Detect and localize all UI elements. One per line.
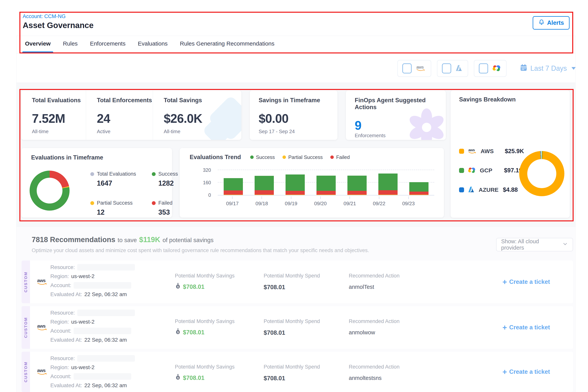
create-ticket-button[interactable]: +Create a ticket xyxy=(502,368,550,375)
legend-total-evaluations: Total Evaluations 1647 xyxy=(90,171,152,187)
totals-card: Total Evaluations 7.52M All-time Total E… xyxy=(21,90,241,140)
redacted-resource-value xyxy=(77,355,135,362)
redacted-resource-value xyxy=(77,264,135,270)
alerts-button[interactable]: Alerts xyxy=(533,16,570,30)
savings-breakdown-card: Savings Breakdown aws AWS $25.9K GCP $97… xyxy=(450,90,570,218)
tab-rules-generating-recommendations[interactable]: Rules Generating Recommendations xyxy=(180,40,274,53)
svg-text:$: $ xyxy=(177,285,179,288)
legend-item-gcp: GCP $97.19 xyxy=(459,166,524,174)
asset-governance-page: Account: CCM-NG Asset Governance Alerts … xyxy=(0,0,588,392)
trend-legend-partial: Partial Success xyxy=(282,154,323,160)
create-ticket-button[interactable]: +Create a ticket xyxy=(502,324,550,331)
header-divider xyxy=(16,36,575,36)
evaluations-in-timeframe-card: Evaluations in Timeframe Total Evaluatio… xyxy=(21,148,172,218)
provider-filter-azure[interactable] xyxy=(437,60,468,77)
total-enforcements-value: 24 xyxy=(97,112,153,126)
content-left-border xyxy=(16,36,16,392)
aws-logo-icon: aws xyxy=(416,64,426,73)
gcp-checkbox[interactable] xyxy=(479,64,488,74)
tabs-divider xyxy=(16,53,575,54)
resource-details: Resource: Region:us-west-2 Account: Eval… xyxy=(50,354,135,390)
provider-filter-aws[interactable]: aws xyxy=(398,60,431,77)
page-title: Asset Governance xyxy=(23,21,94,30)
x-axis-line xyxy=(218,195,434,196)
bell-icon xyxy=(538,19,545,27)
svg-text:aws: aws xyxy=(416,65,424,70)
custom-badge: CUSTOM xyxy=(22,260,30,303)
trend-bars xyxy=(218,168,434,195)
svg-text:aws: aws xyxy=(37,324,46,328)
trend-bar-chart: 0160320 xyxy=(191,168,434,195)
account-breadcrumb[interactable]: Account: CCM-NG xyxy=(23,14,66,20)
filter-row: aws Last 7 Days xyxy=(398,60,576,77)
potential-savings-amount: $119K xyxy=(139,236,160,244)
aws-swatch xyxy=(459,149,464,154)
gcp-logo-icon xyxy=(492,64,502,73)
svg-text:aws: aws xyxy=(37,368,46,373)
recommendation-row: CUSTOM aws Resource: Region:us-west-2 Ac… xyxy=(22,306,573,349)
recommendation-row: CUSTOM aws Resource: Region:us-west-2 Ac… xyxy=(22,260,573,303)
total-dot-icon xyxy=(90,172,94,176)
provider-filter-gcp[interactable] xyxy=(474,60,506,77)
trend-x-labels: 09/1709/1809/1909/2009/2109/2209/23 xyxy=(218,196,423,206)
create-ticket-button[interactable]: +Create a ticket xyxy=(502,278,550,285)
custom-badge: CUSTOM xyxy=(22,352,30,392)
success-dot-icon xyxy=(250,156,254,159)
recommendations-subtitle: Optimize your cloud assets and minimize … xyxy=(32,248,369,254)
finops-suggested-actions-card: FinOps Agent Suggested Actions 9 Enforce… xyxy=(346,90,446,140)
tab-rules[interactable]: Rules xyxy=(63,40,78,53)
tab-evaluations[interactable]: Evaluations xyxy=(138,40,168,53)
money-bag-icon: $ xyxy=(175,283,181,291)
stat-total-evaluations: Total Evaluations 7.52M All-time xyxy=(21,90,86,140)
stat-total-savings: Total Savings $26.0K All-time xyxy=(153,90,241,140)
potential-monthly-spend: Potential Monthly Spend $708.01 xyxy=(264,318,320,336)
total-evaluations-value: 7.52M xyxy=(32,112,86,126)
aws-checkbox[interactable] xyxy=(402,64,412,74)
cloud-provider-filter-dropdown[interactable]: Show: All cloud providers xyxy=(496,238,573,251)
potential-monthly-savings: Potential Monthly Savings $$708.01 xyxy=(175,364,234,382)
partial-dot-icon xyxy=(90,201,94,205)
trend-legend-success: Success xyxy=(250,154,275,160)
tab-enforcements[interactable]: Enforcements xyxy=(90,40,126,53)
failed-dot-icon xyxy=(330,156,334,159)
azure-swatch xyxy=(459,187,464,192)
savings-in-timeframe-value: $0.00 xyxy=(259,112,338,126)
potential-monthly-spend: Potential Monthly Spend $708.01 xyxy=(264,273,320,291)
potential-monthly-savings: Potential Monthly Savings $$708.01 xyxy=(175,318,234,337)
redacted-resource-value xyxy=(77,310,135,316)
evaluations-trend-card: Evaluations Trend Success Partial Succes… xyxy=(180,148,444,218)
recommendation-row: CUSTOM aws Resource: Region:us-west-2 Ac… xyxy=(22,352,573,392)
azure-checkbox[interactable] xyxy=(442,64,451,74)
svg-text:aws: aws xyxy=(37,278,46,283)
trend-legend-failed: Failed xyxy=(330,154,350,160)
money-bag-icon: $ xyxy=(175,374,181,382)
resource-details: Resource: Region:us-west-2 Account: Eval… xyxy=(50,308,135,344)
recommended-action: Recommended Action anmolTest xyxy=(349,273,400,290)
redacted-account-value xyxy=(74,282,131,288)
redacted-account-value xyxy=(74,328,131,334)
tab-overview[interactable]: Overview xyxy=(25,40,50,53)
svg-text:aws: aws xyxy=(468,148,475,152)
savings-in-timeframe-card: Savings in Timeframe $0.00 Sep 17 - Sep … xyxy=(250,90,338,140)
resource-details: Resource: Region:us-west-2 Account: Eval… xyxy=(50,263,135,299)
partial-dot-icon xyxy=(282,156,286,159)
content-right-border xyxy=(575,36,576,392)
legend-item-azure: AZURE $4.88 xyxy=(459,186,524,194)
money-bag-icon: $ xyxy=(175,328,181,337)
finops-actions-value: 9 xyxy=(355,118,446,132)
recommended-action: Recommended Action anmoltestsns xyxy=(349,364,400,381)
aws-logo-icon: aws xyxy=(36,277,48,286)
success-dot-icon xyxy=(152,172,156,176)
date-range-selector[interactable]: Last 7 Days xyxy=(520,64,576,74)
failed-dot-icon xyxy=(152,201,156,205)
stat-total-enforcements: Total Enforcements 24 Active xyxy=(86,90,153,140)
recommended-action: Recommended Action anmolwow xyxy=(349,318,400,336)
legend-item-aws: aws AWS $25.9K xyxy=(459,148,524,155)
aws-logo-icon: aws xyxy=(468,148,477,155)
evaluations-donut-chart xyxy=(30,171,70,210)
gcp-logo-icon xyxy=(468,166,476,174)
legend-partial-success: Partial Success 12 xyxy=(90,200,152,216)
gcp-swatch xyxy=(459,168,464,173)
tab-bar: Overview Rules Enforcements Evaluations … xyxy=(25,40,274,53)
savings-breakdown-donut-chart xyxy=(519,151,564,196)
